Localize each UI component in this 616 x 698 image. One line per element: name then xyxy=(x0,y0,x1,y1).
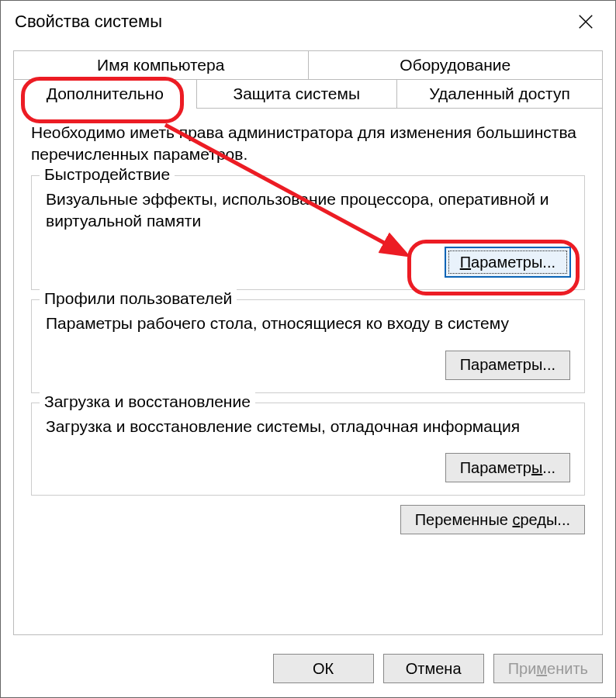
tabs: Имя компьютера Оборудование Дополнительн… xyxy=(13,50,603,108)
apply-button[interactable]: Применить xyxy=(493,654,603,683)
close-button[interactable] xyxy=(570,6,601,37)
tab-hardware[interactable]: Оборудование xyxy=(308,50,604,79)
tab-advanced[interactable]: Дополнительно xyxy=(13,79,196,108)
tab-computer-name[interactable]: Имя компьютера xyxy=(13,50,308,79)
startup-settings-button[interactable]: Параметры... xyxy=(445,453,570,482)
tab-system-protection[interactable]: Защита системы xyxy=(196,79,396,108)
titlebar: Свойства системы xyxy=(1,1,615,43)
group-user-profiles: Профили пользователей Параметры рабочего… xyxy=(31,299,585,392)
group-performance-desc: Визуальные эффекты, использование процес… xyxy=(46,188,570,233)
tab-panel-advanced: Необходимо иметь права администратора дл… xyxy=(13,108,603,635)
close-icon xyxy=(577,13,594,30)
environment-variables-button[interactable]: Переменные среды... xyxy=(400,505,585,534)
performance-settings-button[interactable]: Параметры... xyxy=(445,247,570,277)
content-area: Имя компьютера Оборудование Дополнительн… xyxy=(1,43,615,643)
window-title: Свойства системы xyxy=(15,12,570,32)
cancel-button[interactable]: Отмена xyxy=(383,654,484,683)
group-startup-recovery-desc: Загрузка и восстановление системы, отлад… xyxy=(46,416,570,437)
profiles-settings-button[interactable]: Параметры... xyxy=(445,351,570,380)
ok-button[interactable]: ОК xyxy=(273,654,374,683)
dialog-buttons: ОК Отмена Применить xyxy=(1,643,615,697)
group-user-profiles-legend: Профили пользователей xyxy=(40,289,237,308)
group-performance-legend: Быстродействие xyxy=(40,165,175,184)
group-user-profiles-desc: Параметры рабочего стола, относящиеся ко… xyxy=(46,313,570,334)
group-startup-recovery: Загрузка и восстановление Загрузка и вос… xyxy=(31,403,585,496)
tab-remote[interactable]: Удаленный доступ xyxy=(396,79,603,108)
admin-note: Необходимо иметь права администратора дл… xyxy=(31,122,585,166)
system-properties-window: Свойства системы Имя компьютера Оборудов… xyxy=(0,0,616,698)
group-performance: Быстродействие Визуальные эффекты, испол… xyxy=(31,175,585,291)
group-startup-recovery-legend: Загрузка и восстановление xyxy=(40,392,255,411)
